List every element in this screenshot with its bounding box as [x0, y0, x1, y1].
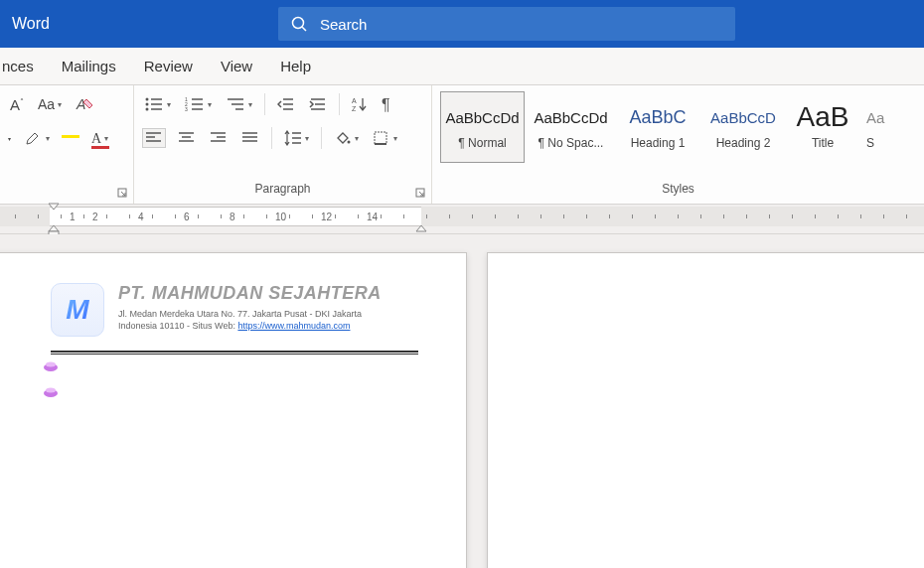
line-spacing-icon	[284, 130, 302, 146]
clear-formatting-button[interactable]: A	[74, 93, 97, 115]
show-marks-button[interactable]: ¶	[380, 94, 397, 114]
page-1[interactable]: M PT. MAHMUDAN SEJAHTERA Jl. Medan Merde…	[0, 252, 467, 568]
styles-group: AaBbCcDd ¶ Normal AaBbCcDd ¶ No Spac... …	[432, 85, 924, 204]
svg-point-0	[292, 18, 303, 29]
page-2[interactable]	[487, 252, 924, 568]
align-center-button[interactable]	[176, 129, 198, 147]
ruler-mark: 14	[367, 212, 378, 222]
shading-button[interactable]: ▾	[332, 128, 361, 148]
ruler[interactable]: 12468101214	[0, 205, 924, 234]
align-left-button[interactable]	[142, 128, 166, 148]
first-line-indent-marker[interactable]	[48, 203, 60, 211]
style-sample: AaBbC	[629, 104, 686, 130]
right-indent-marker[interactable]	[415, 224, 427, 232]
launcher-icon	[415, 188, 425, 198]
search-icon	[290, 15, 308, 33]
letterhead-rule	[51, 351, 418, 355]
ribbon: A˄ Aa▾ A ▾ ▾ A ▾	[0, 85, 924, 205]
style-name: Title	[812, 136, 834, 150]
style-sample: AaB	[797, 104, 849, 130]
ruler-mark: 8	[230, 212, 235, 222]
clear-format-icon: A	[76, 95, 95, 113]
style-heading-2[interactable]: AaBbCcD Heading 2	[702, 91, 784, 163]
style-sample: AaBbCcD	[710, 104, 776, 130]
highlight-button[interactable]: ▾	[23, 128, 52, 148]
paint-bucket-icon	[334, 130, 352, 146]
tab-mailings[interactable]: Mailings	[48, 48, 130, 84]
paragraph-group-label: Paragraph	[142, 182, 423, 200]
ruler-mark: 2	[92, 212, 98, 222]
align-left-icon	[145, 131, 163, 145]
font-color-button[interactable]: A ▾	[89, 128, 110, 149]
styles-group-label: Styles	[440, 182, 916, 200]
decrease-indent-button[interactable]	[275, 94, 297, 114]
ruler-mark: 4	[138, 212, 144, 222]
style-name: Heading 1	[631, 136, 686, 150]
style-name: S	[866, 136, 874, 150]
tab-view[interactable]: View	[207, 48, 266, 84]
style-name: ¶ Normal	[458, 136, 506, 150]
ribbon-tabs: nces Mailings Review View Help	[0, 48, 924, 85]
borders-button[interactable]: ▾	[371, 128, 399, 148]
increase-indent-button[interactable]	[307, 94, 329, 114]
align-right-icon	[210, 131, 228, 145]
numbering-button[interactable]: 123▾	[183, 94, 214, 114]
ruler-mark: 1	[70, 212, 76, 222]
search-box[interactable]: Search	[278, 7, 735, 41]
font-group: A˄ Aa▾ A ▾ ▾ A ▾	[0, 85, 134, 204]
justify-icon	[241, 131, 259, 145]
style-no-spacing[interactable]: AaBbCcDd ¶ No Spac...	[529, 91, 613, 163]
change-case-button[interactable]: Aa▾	[36, 94, 64, 114]
indent-icon	[309, 96, 327, 112]
svg-point-51	[46, 388, 56, 393]
letterhead: M PT. MAHMUDAN SEJAHTERA Jl. Medan Merde…	[0, 253, 466, 345]
svg-rect-44	[375, 132, 386, 144]
bullets-button[interactable]: ▾	[142, 94, 173, 114]
company-name: PT. MAHMUDAN SEJAHTERA	[118, 283, 382, 304]
style-title[interactable]: AaB Title	[788, 91, 857, 163]
company-link[interactable]: https://www.mahmudan.com	[237, 321, 350, 331]
svg-point-4	[146, 98, 149, 101]
multilevel-button[interactable]: ▾	[224, 94, 254, 114]
document-area[interactable]: M PT. MAHMUDAN SEJAHTERA Jl. Medan Merde…	[0, 234, 924, 568]
header-margin-marker[interactable]	[43, 360, 59, 372]
tab-review[interactable]: Review	[130, 48, 207, 84]
svg-point-6	[146, 103, 149, 106]
ruler-mark: 10	[275, 212, 286, 222]
subscript-button[interactable]: ▾	[8, 133, 13, 144]
svg-text:A: A	[352, 97, 357, 104]
font-launcher[interactable]	[117, 188, 127, 200]
company-logo: M	[51, 283, 104, 337]
highlighter-icon	[25, 130, 43, 146]
paragraph-group: ▾ 123▾ ▾ AZ ¶ ▾ ▾ ▾ Para	[134, 85, 432, 204]
svg-point-8	[146, 108, 149, 111]
svg-text:A: A	[76, 96, 85, 112]
svg-text:3: 3	[185, 106, 188, 112]
style-normal[interactable]: AaBbCcDd ¶ Normal	[440, 91, 525, 163]
multilevel-icon	[226, 96, 245, 112]
style-sample: AaBbCcDd	[534, 104, 607, 130]
svg-text:Z: Z	[352, 105, 357, 112]
tab-references[interactable]: nces	[0, 48, 48, 84]
paragraph-launcher[interactable]	[415, 188, 425, 200]
pilcrow-icon: ¶	[382, 96, 395, 112]
style-name: ¶ No Spac...	[539, 136, 604, 150]
style-sample: AaBbCcDd	[445, 104, 519, 130]
launcher-icon	[117, 188, 127, 198]
sort-button[interactable]: AZ	[350, 94, 370, 114]
highlight-color-swatch	[62, 135, 79, 138]
justify-button[interactable]	[239, 129, 261, 147]
tab-help[interactable]: Help	[266, 48, 325, 84]
svg-point-43	[348, 141, 351, 144]
grow-font-button[interactable]: A˄	[8, 94, 26, 115]
style-sample: Aa	[866, 104, 884, 130]
line-spacing-button[interactable]: ▾	[282, 128, 311, 148]
svg-point-49	[46, 362, 56, 367]
svg-text:¶: ¶	[382, 96, 390, 112]
style-heading-1[interactable]: AaBbC Heading 1	[617, 91, 698, 163]
body-margin-marker[interactable]	[43, 386, 59, 398]
titlebar: Word Search	[0, 0, 924, 48]
search-placeholder: Search	[320, 16, 368, 33]
align-right-button[interactable]	[208, 129, 230, 147]
style-subtitle[interactable]: Aa S	[861, 91, 891, 163]
